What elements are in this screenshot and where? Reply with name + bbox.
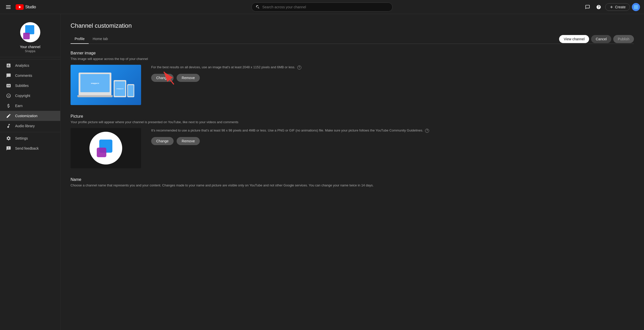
logo-label: Studio: [25, 5, 36, 9]
chat-icon: [585, 5, 590, 10]
tablet-device: snappa.tv: [114, 80, 126, 97]
page-title: Channel customization: [71, 22, 634, 29]
phone-screen: [128, 85, 134, 96]
sidebar-item-comments[interactable]: Comments: [0, 71, 60, 81]
tab-home-label: Home tab: [93, 37, 108, 41]
menu-icon[interactable]: [4, 3, 13, 11]
banner-devices: snappa.tv snappa.tv: [77, 73, 134, 97]
customization-label: Customization: [15, 114, 38, 118]
banner-change-button[interactable]: Change: [151, 74, 174, 82]
banner-desc: This image will appear across the top of…: [71, 57, 634, 61]
tab-home[interactable]: Home tab: [89, 34, 112, 44]
tab-actions: View channel Cancel Publish: [559, 35, 634, 43]
tabs-bar: Profile Home tab View channel Cancel Pub…: [71, 34, 634, 44]
banner-info-text: For the best results on all devices, use…: [151, 65, 634, 70]
help-circle-icon: [596, 5, 601, 10]
picture-section: Picture Your profile picture will appear…: [71, 114, 634, 168]
picture-btn-row: Change Remove: [151, 137, 634, 145]
subtitles-label: Subtitles: [15, 84, 29, 88]
youtube-logo-icon: [16, 4, 24, 10]
picture-remove-button[interactable]: Remove: [177, 137, 200, 145]
banner-section: Banner image This image will appear acro…: [71, 51, 634, 105]
banner-remove-button[interactable]: Remove: [177, 74, 200, 82]
analytics-label: Analytics: [15, 63, 29, 68]
laptop-base: [77, 95, 113, 97]
picture-body: It's recommended to use a picture that's…: [71, 128, 634, 168]
sidebar-item-copyright[interactable]: Copyright: [0, 91, 60, 101]
banner-inner: snappa.tv snappa.tv: [71, 65, 141, 105]
topbar-right: Create: [579, 3, 640, 12]
comments-icon-btn[interactable]: [583, 3, 592, 12]
picture-change-button[interactable]: Change: [151, 137, 174, 145]
feedback-icon: [6, 146, 11, 151]
name-title: Name: [71, 177, 634, 182]
phone-device: [127, 84, 134, 97]
sidebar-divider: [0, 59, 60, 59]
sidebar-item-customization[interactable]: Customization: [0, 111, 60, 121]
banner-title: Banner image: [71, 51, 634, 55]
publish-button[interactable]: Publish: [613, 35, 634, 43]
topbar-left: Studio: [4, 3, 65, 11]
tab-profile[interactable]: Profile: [71, 34, 89, 44]
help-icon-btn[interactable]: [594, 3, 603, 12]
channel-handle: Snappa: [25, 49, 35, 53]
sidebar-item-audio-library[interactable]: Audio library: [0, 121, 60, 131]
channel-info: Your channel Snappa: [0, 16, 60, 57]
logo[interactable]: Studio: [16, 4, 36, 10]
copyright-icon: [6, 93, 11, 98]
comments-label: Comments: [15, 74, 32, 78]
analytics-icon: [6, 63, 11, 68]
cancel-button[interactable]: Cancel: [591, 35, 611, 43]
laptop-screen: snappa.tv: [80, 74, 110, 92]
banner-info: For the best results on all devices, use…: [151, 65, 634, 82]
settings-icon: [6, 136, 11, 141]
picture-title: Picture: [71, 114, 634, 119]
search-area: [65, 3, 579, 12]
search-icon: [256, 5, 260, 9]
name-desc: Choose a channel name that represents yo…: [71, 183, 634, 187]
banner-body: snappa.tv snappa.tv: [71, 65, 634, 105]
sidebar-item-subtitles[interactable]: Subtitles: [0, 81, 60, 91]
picture-info: It's recommended to use a picture that's…: [151, 128, 634, 145]
earn-icon: [6, 103, 11, 108]
create-icon: [609, 5, 614, 9]
profile-circle: [89, 132, 122, 164]
avatar[interactable]: [632, 3, 640, 11]
audio-icon: [6, 123, 11, 128]
sidebar-item-analytics[interactable]: Analytics: [0, 60, 60, 71]
banner-btn-row: Change Remove: [151, 74, 634, 82]
audio-library-label: Audio library: [15, 124, 35, 128]
svg-rect-3: [634, 5, 638, 9]
laptop-device: snappa.tv: [79, 73, 111, 95]
create-label: Create: [615, 5, 626, 9]
sidebar-item-earn[interactable]: Earn: [0, 101, 60, 111]
sidebar-divider-2: [0, 132, 60, 132]
picture-info-text: It's recommended to use a picture that's…: [151, 128, 634, 133]
channel-name: Your channel: [20, 45, 40, 49]
sidebar-item-settings[interactable]: Settings: [0, 133, 60, 143]
picture-preview: [71, 128, 141, 168]
picture-desc: Your profile picture will appear where y…: [71, 120, 634, 124]
banner-help-icon[interactable]: ?: [297, 65, 301, 70]
name-section: Name Choose a channel name that represen…: [71, 177, 634, 187]
send-feedback-label: Send feedback: [15, 146, 39, 150]
settings-label: Settings: [15, 136, 28, 140]
search-input[interactable]: [262, 5, 388, 9]
copyright-label: Copyright: [15, 94, 30, 98]
main-content: Channel customization Profile Home tab V…: [60, 14, 644, 330]
banner-preview: snappa.tv snappa.tv: [71, 65, 141, 105]
tablet-screen: snappa.tv: [115, 81, 125, 96]
customization-icon: [6, 113, 11, 118]
subtitles-icon: [6, 83, 11, 88]
picture-help-icon[interactable]: ?: [425, 129, 429, 133]
sidebar-item-send-feedback[interactable]: Send feedback: [0, 143, 60, 153]
search-bar[interactable]: [251, 3, 393, 12]
comments-icon: [6, 73, 11, 78]
view-channel-button[interactable]: View channel: [559, 35, 589, 43]
create-button[interactable]: Create: [605, 3, 630, 11]
tab-profile-label: Profile: [75, 37, 85, 41]
channel-avatar[interactable]: [20, 22, 40, 42]
earn-label: Earn: [15, 104, 23, 108]
topbar: Studio Create: [0, 0, 644, 14]
sidebar: Your channel Snappa Analytics Comments S…: [0, 14, 60, 330]
